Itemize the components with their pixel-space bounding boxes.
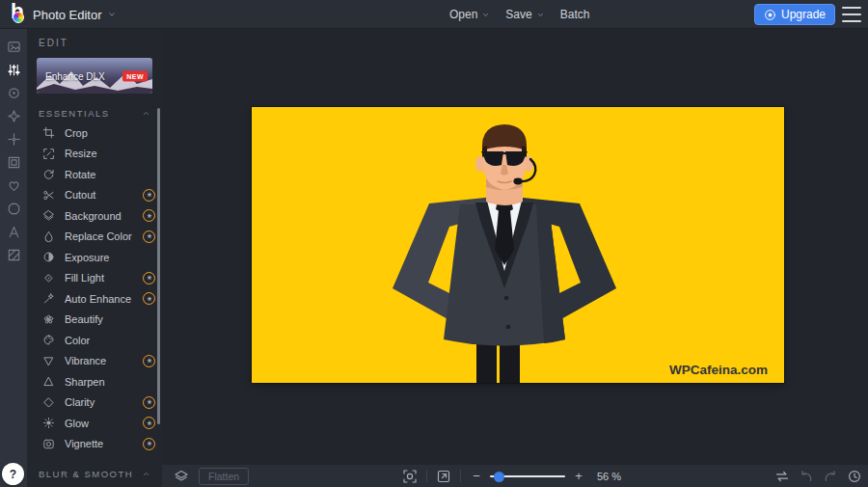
background-icon	[42, 209, 55, 222]
adjust-tool[interactable]	[0, 58, 27, 81]
zoom-level: 56 %	[597, 471, 621, 482]
batch-menu-button[interactable]: Batch	[560, 0, 590, 29]
chevron-up-icon	[142, 109, 150, 118]
beautify-icon	[42, 313, 55, 326]
essentials-item-background[interactable]: Background	[27, 205, 162, 227]
shape-tool[interactable]	[0, 197, 27, 220]
essentials-item-label: Color	[65, 335, 90, 346]
edit-panel: EDIT Enhance DLX NEW ESSENTIALS CropResi…	[27, 29, 162, 487]
photo-editor-app: b Photo Editor Open Save Batch Upgrade	[0, 0, 868, 487]
resize-icon	[42, 148, 55, 160]
promo-title: Enhance DLX	[45, 70, 105, 81]
blur-smooth-section-header[interactable]: BLUR & SMOOTH	[27, 466, 162, 481]
essentials-item-resize[interactable]: Resize	[27, 144, 162, 165]
chevron-up-icon	[142, 470, 150, 478]
panel-scrollbar[interactable]	[157, 108, 160, 424]
app-logo[interactable]: b	[8, 3, 29, 26]
image-icon	[7, 40, 21, 54]
rotate-icon	[42, 168, 55, 180]
essentials-item-label: Vignette	[65, 438, 103, 449]
sharpen-icon	[42, 375, 55, 388]
tool-rail: ?	[0, 29, 27, 487]
liquify-tool[interactable]	[0, 127, 27, 150]
essentials-item-crop[interactable]: Crop	[27, 122, 162, 144]
compare-icon[interactable]	[774, 469, 790, 484]
essentials-item-replace-color[interactable]: Replace Color	[27, 227, 162, 248]
auto-enhance-icon	[42, 292, 55, 305]
sticker-icon	[7, 178, 21, 193]
hamburger-menu-button[interactable]	[842, 7, 861, 22]
effects-tool[interactable]	[0, 104, 27, 127]
zoom-out-button[interactable]: −	[470, 470, 483, 482]
essentials-item-label: Auto Enhance	[65, 293, 131, 305]
essentials-item-vignette[interactable]: Vignette	[27, 434, 162, 455]
premium-star-icon	[143, 396, 155, 409]
actual-size-icon[interactable]	[402, 469, 418, 484]
fill-icon	[7, 248, 21, 262]
watermark-text: WPCafeina.com	[669, 363, 768, 377]
batch-menu-label: Batch	[560, 8, 590, 21]
open-menu-button[interactable]: Open	[449, 0, 490, 29]
frame-tool[interactable]	[0, 150, 27, 174]
text-icon	[7, 225, 21, 239]
essentials-item-sharpen[interactable]: Sharpen	[27, 371, 162, 392]
effects-icon	[7, 109, 21, 123]
essentials-item-color[interactable]: Color	[27, 330, 162, 351]
zoom-in-button[interactable]: +	[572, 470, 585, 482]
essentials-section-header[interactable]: ESSENTIALS	[27, 105, 162, 121]
vignette-icon	[42, 438, 55, 450]
app-title-menu[interactable]: Photo Editor	[33, 0, 117, 29]
crop-icon	[42, 126, 55, 139]
essentials-item-glow[interactable]: Glow	[27, 413, 162, 434]
essentials-item-label: Fill Light	[65, 272, 104, 284]
text-tool[interactable]	[0, 220, 27, 243]
image-tool[interactable]	[0, 35, 27, 58]
divider	[460, 470, 461, 482]
zoom-slider[interactable]	[490, 470, 565, 483]
zoom-slider-thumb[interactable]	[494, 472, 504, 482]
replace-color-icon	[42, 230, 55, 243]
essentials-item-fill-light[interactable]: Fill Light	[27, 268, 162, 289]
bodyguard-illustration: WPCafeina.com	[252, 107, 784, 383]
fill-light-icon	[42, 272, 55, 284]
history-icon[interactable]	[847, 469, 862, 484]
fill-tool[interactable]	[0, 243, 27, 266]
premium-star-icon	[143, 417, 155, 429]
essentials-item-rotate[interactable]: Rotate	[27, 164, 162, 185]
color-wheel-icon	[13, 12, 24, 23]
essentials-item-label: Vibrance	[65, 355, 106, 366]
upgrade-button[interactable]: Upgrade	[754, 4, 835, 25]
essentials-item-exposure[interactable]: Exposure	[27, 247, 162, 268]
premium-star-icon	[143, 438, 155, 450]
layers-icon[interactable]	[174, 469, 189, 484]
essentials-item-clarity[interactable]: Clarity	[27, 392, 162, 414]
redo-icon[interactable]	[823, 469, 838, 484]
shape-icon	[7, 202, 21, 216]
fit-screen-icon[interactable]	[436, 469, 451, 484]
adjust-icon	[7, 63, 21, 77]
premium-star-icon	[143, 355, 155, 367]
cutout-icon	[42, 189, 55, 202]
essentials-item-beautify[interactable]: Beautify	[27, 310, 162, 331]
save-menu-button[interactable]: Save	[505, 0, 544, 29]
essentials-item-label: Rotate	[65, 169, 95, 180]
app-title-label: Photo Editor	[33, 8, 102, 22]
premium-star-icon	[143, 209, 155, 222]
essentials-item-cutout[interactable]: Cutout	[27, 185, 162, 206]
premium-star-icon	[143, 272, 155, 284]
enhance-dlx-banner[interactable]: Enhance DLX NEW	[37, 58, 152, 94]
color-icon	[42, 334, 55, 346]
chevron-down-icon	[481, 11, 490, 19]
sticker-tool[interactable]	[0, 174, 27, 197]
liquify-icon	[7, 132, 21, 147]
essentials-item-vibrance[interactable]: Vibrance	[27, 351, 162, 372]
essentials-item-auto-enhance[interactable]: Auto Enhance	[27, 288, 162, 310]
retouch-tool[interactable]	[0, 81, 27, 104]
canvas-image[interactable]: WPCafeina.com	[252, 107, 784, 383]
new-badge: NEW	[122, 70, 148, 81]
flatten-button[interactable]: Flatten	[199, 468, 249, 485]
essentials-item-label: Replace Color	[65, 230, 132, 242]
premium-star-icon	[143, 292, 155, 305]
help-button[interactable]: ?	[2, 463, 24, 485]
undo-icon[interactable]	[799, 469, 814, 484]
